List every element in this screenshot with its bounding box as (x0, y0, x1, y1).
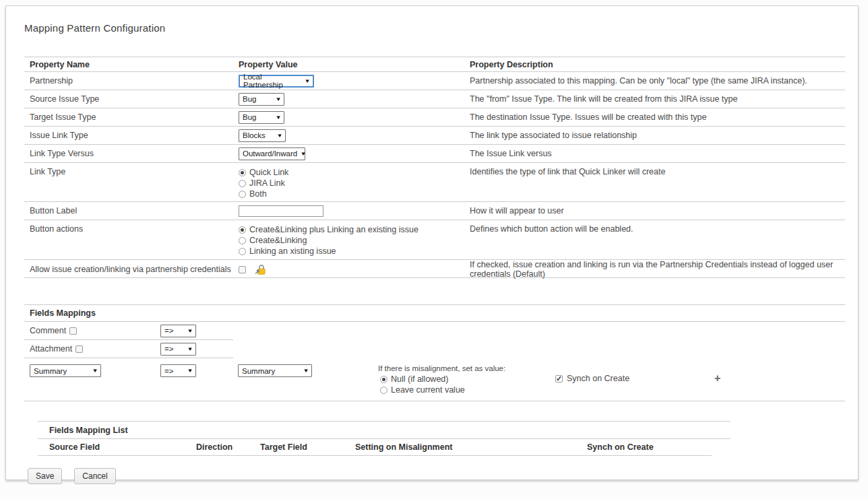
partnership-select[interactable]: Local Partnership ▼ (239, 75, 314, 88)
property-description: The link type associated to issue relati… (464, 127, 845, 144)
chevron-down-icon: ▼ (304, 78, 310, 84)
property-description: How it will appear to user (464, 202, 845, 220)
chevron-down-icon: ▼ (303, 368, 309, 374)
property-description: The "from" Issue Type. The link will be … (464, 90, 845, 108)
select-value: => (164, 327, 173, 335)
attachment-direction-select[interactable]: => ▼ (160, 343, 196, 356)
property-name: Target Issue Type (24, 108, 233, 126)
properties-table: Property Name Property Value Property De… (24, 57, 845, 278)
chevron-down-icon: ▼ (301, 151, 307, 157)
fields-mapping-list-title: Fields Mapping List (38, 422, 731, 439)
select-value: Blocks (243, 131, 266, 139)
chevron-down-icon: ▼ (187, 346, 193, 352)
radio-label: Leave current value (391, 385, 465, 395)
property-name: Issue Link Type (24, 127, 233, 144)
add-mapping-icon[interactable]: + (714, 372, 720, 385)
properties-header-row: Property Name Property Value Property De… (24, 57, 845, 72)
synch-on-create-label: Synch on Create (567, 374, 629, 383)
radio-create-linking[interactable]: Create&Linking (239, 235, 418, 246)
radio-label: Create&Linking plus Linking an existing … (249, 224, 418, 235)
radio-quick-link[interactable]: Quick Link (239, 167, 288, 178)
radio-label: Both (249, 189, 267, 199)
custom-field-mapping-row: Summary ▼ => ▼ Summary ▼ If there is mis… (24, 358, 845, 401)
target-issue-type-select[interactable]: Bug ▼ (239, 111, 284, 124)
property-description: Defines which button action will be enab… (464, 220, 845, 259)
col-header-synch-on-create: Synch on Create (587, 442, 712, 452)
button-label-input[interactable] (239, 205, 323, 217)
chevron-down-icon: ▼ (275, 96, 281, 102)
link-type-versus-select[interactable]: Outward/Inward ▼ (239, 147, 305, 160)
radio-linking-existing-issue[interactable]: Linking an xisting issue (239, 246, 418, 257)
attachment-checkbox[interactable] (75, 345, 83, 353)
property-description: The destination Issue Type. Issues will … (464, 108, 845, 126)
source-field-select[interactable]: Summary ▼ (30, 364, 101, 377)
custom-direction-select[interactable]: => ▼ (160, 364, 196, 377)
property-name: Partnership (24, 72, 233, 90)
comment-checkbox[interactable] (69, 327, 77, 335)
select-value: Bug (243, 113, 256, 121)
property-name: Button actions (24, 220, 233, 259)
select-value: => (164, 345, 173, 353)
target-field-select[interactable]: Summary ▼ (238, 364, 312, 377)
select-value: => (164, 367, 173, 375)
property-description: If checked, issue creation and linking i… (464, 260, 845, 279)
radio-icon[interactable] (380, 387, 388, 394)
partnership-credentials-checkbox[interactable] (239, 266, 246, 273)
col-header-direction: Direction (196, 442, 260, 452)
radio-icon[interactable] (380, 376, 388, 383)
table-row-link-type-versus: Link Type Versus Outward/Inward ▼ The Is… (24, 145, 845, 163)
radio-label: JIRA Link (249, 178, 285, 189)
attachment-mapping-row: Attachment => ▼ (24, 340, 233, 358)
radio-icon[interactable] (239, 226, 246, 234)
chevron-down-icon: ▼ (187, 368, 193, 374)
property-description: Identifies the type of link that Quick L… (464, 163, 845, 201)
page-title: Mapping Pattern Configuration (24, 22, 844, 34)
action-bar: Save Cancel (28, 468, 844, 484)
col-header-target-field: Target Field (260, 442, 355, 452)
table-row-partnership: Partnership Local Partnership ▼ Partners… (24, 72, 845, 90)
radio-jira-link[interactable]: JIRA Link (239, 178, 288, 189)
comment-direction-select[interactable]: => ▼ (160, 325, 196, 337)
fields-mappings-title: Fields Mappings (24, 305, 845, 322)
col-header-property-name: Property Name (24, 57, 233, 71)
cancel-button[interactable]: Cancel (74, 468, 115, 484)
radio-create-linking-plus-existing[interactable]: Create&Linking plus Linking an existing … (239, 224, 418, 235)
select-value: Summary (242, 367, 275, 375)
radio-icon[interactable] (239, 191, 246, 198)
table-row-button-actions: Button actions Create&Linking plus Linki… (24, 220, 845, 260)
app-window: Mapping Pattern Configuration Property N… (5, 5, 859, 480)
table-row-button-label: Button Label How it will appear to user (24, 202, 845, 220)
radio-label: Linking an xisting issue (249, 246, 336, 257)
misalignment-label: If there is misalignment, set as value: (378, 364, 555, 372)
comment-mapping-row: Comment => ▼ (24, 322, 233, 340)
radio-icon[interactable] (239, 169, 246, 176)
radio-both[interactable]: Both (239, 189, 288, 199)
radio-null-if-allowed[interactable]: Null (if allowed) (380, 374, 555, 385)
property-name: Button Label (24, 202, 233, 220)
issue-link-type-select[interactable]: Blocks ▼ (239, 129, 286, 142)
synch-on-create-option[interactable]: Synch on Create (555, 374, 629, 383)
radio-icon[interactable] (239, 180, 246, 187)
chevron-down-icon: ▼ (92, 368, 98, 374)
col-header-setting-on-misalignment: Setting on Misalignment (355, 442, 587, 452)
col-header-property-description: Property Description (464, 57, 845, 71)
source-issue-type-select[interactable]: Bug ▼ (239, 93, 284, 106)
save-button[interactable]: Save (28, 468, 62, 484)
lock-with-key-icon (255, 264, 267, 275)
col-header-property-value: Property Value (233, 57, 464, 71)
property-name: Source Issue Type (24, 90, 233, 108)
table-row-partnership-credentials: Allow issue creation/linking via partner… (24, 260, 845, 278)
fields-mappings-section: Fields Mappings Comment => ▼ Attachment … (24, 304, 845, 401)
radio-icon[interactable] (239, 248, 246, 255)
radio-leave-current-value[interactable]: Leave current value (380, 385, 555, 395)
select-value: Local Partnership (243, 73, 301, 89)
radio-label: Create&Linking (249, 235, 307, 246)
radio-icon[interactable] (239, 237, 246, 244)
synch-on-create-checkbox[interactable] (555, 375, 563, 382)
select-value: Outward/Inward (243, 149, 297, 158)
col-header-source-field: Source Field (49, 442, 196, 452)
property-description: Partnership associated to this mapping. … (464, 72, 845, 90)
table-row-link-type: Link Type Quick Link JIRA Link Both (24, 163, 845, 202)
table-row-source-issue-type: Source Issue Type Bug ▼ The "from" Issue… (24, 90, 845, 108)
chevron-down-icon: ▼ (187, 328, 193, 334)
